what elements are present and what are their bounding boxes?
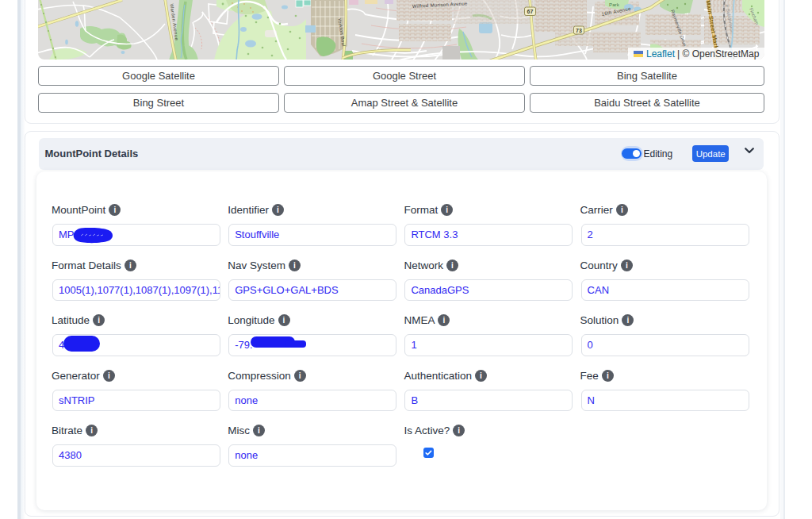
svg-text:73: 73 xyxy=(576,28,582,33)
svg-text:Park: Park xyxy=(609,2,620,7)
svg-text:Leaflet: Leaflet xyxy=(646,48,676,60)
svg-text:| © OpenStreetMap: | © OpenStreetMap xyxy=(677,48,760,60)
svg-text:67: 67 xyxy=(527,9,534,14)
